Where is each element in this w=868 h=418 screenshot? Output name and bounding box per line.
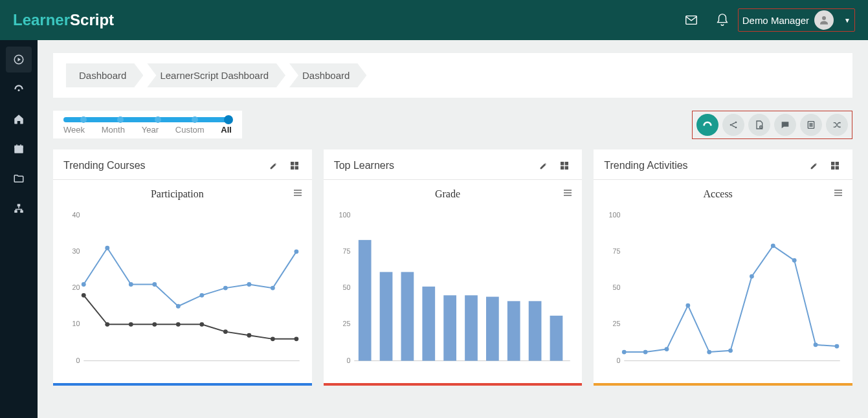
svg-text:100: 100 xyxy=(339,211,350,219)
svg-text:25: 25 xyxy=(613,320,621,327)
svg-point-90 xyxy=(792,258,797,263)
edit-icon[interactable] xyxy=(267,159,281,173)
edit-icon[interactable] xyxy=(807,159,821,173)
svg-text:75: 75 xyxy=(342,247,350,255)
svg-point-35 xyxy=(294,249,298,254)
svg-rect-7 xyxy=(20,210,23,213)
svg-text:0: 0 xyxy=(76,357,80,364)
svg-point-44 xyxy=(271,336,275,341)
chart-menu-icon[interactable] xyxy=(562,188,573,201)
chart: 010203040 xyxy=(62,207,303,375)
svg-rect-66 xyxy=(507,301,520,360)
svg-point-10 xyxy=(735,127,737,129)
chart-menu-icon[interactable] xyxy=(833,188,843,201)
svg-rect-72 xyxy=(836,166,839,170)
breadcrumb-item[interactable]: Dashboard xyxy=(289,63,366,87)
svg-rect-15 xyxy=(291,166,294,170)
svg-point-42 xyxy=(223,329,228,334)
top-bar: LearnerScript Demo Manager ▼ xyxy=(0,0,868,40)
caret-down-icon: ▼ xyxy=(844,17,851,24)
widget: Trending Courses Participation 010203040 xyxy=(53,149,312,386)
time-option[interactable]: Year xyxy=(142,125,159,135)
widget-header: Trending Activities xyxy=(594,149,852,180)
svg-point-41 xyxy=(199,322,204,327)
svg-rect-17 xyxy=(294,190,302,190)
grid-icon[interactable] xyxy=(287,159,302,173)
breadcrumb-item[interactable]: Dashboard xyxy=(66,63,143,87)
svg-point-32 xyxy=(223,286,228,291)
shuffle-icon[interactable] xyxy=(826,114,848,136)
svg-point-28 xyxy=(129,282,133,287)
svg-point-38 xyxy=(129,322,133,327)
add-report-icon[interactable] xyxy=(748,114,770,136)
svg-rect-75 xyxy=(834,195,842,195)
svg-rect-50 xyxy=(564,190,572,190)
sidebar-toggle[interactable] xyxy=(6,47,32,72)
chart-title: Participation xyxy=(62,188,293,200)
sidebar xyxy=(0,40,38,418)
list-icon[interactable] xyxy=(800,114,822,136)
user-menu[interactable]: Demo Manager ▼ xyxy=(738,8,855,32)
svg-rect-62 xyxy=(422,287,435,361)
sidebar-dashboard-icon[interactable] xyxy=(6,76,32,102)
time-option[interactable]: Custom xyxy=(175,125,205,135)
time-option[interactable]: Week xyxy=(63,125,85,135)
svg-point-3 xyxy=(18,89,20,91)
main-content: Dashboard LearnerScript Dashboard Dashbo… xyxy=(38,40,868,418)
svg-point-82 xyxy=(622,350,627,355)
svg-rect-61 xyxy=(401,272,414,360)
widget-accent xyxy=(324,383,583,386)
time-option[interactable]: Month xyxy=(102,125,125,135)
edit-icon[interactable] xyxy=(537,159,551,173)
sidebar-calendar-icon[interactable] xyxy=(6,136,32,162)
svg-point-89 xyxy=(771,243,775,248)
svg-rect-71 xyxy=(831,166,834,170)
action-bar xyxy=(692,111,852,139)
svg-point-85 xyxy=(686,303,691,308)
widget-header: Top Learners xyxy=(324,149,583,180)
widget-accent xyxy=(53,383,312,386)
svg-point-92 xyxy=(835,344,840,349)
svg-rect-60 xyxy=(379,272,392,360)
sidebar-folder-icon[interactable] xyxy=(6,166,32,192)
message-icon[interactable] xyxy=(774,114,796,136)
time-slider[interactable] xyxy=(63,117,232,122)
svg-rect-46 xyxy=(561,162,564,165)
widget: Trending Activities Access 0255075100 xyxy=(594,149,852,386)
time-filter[interactable]: WeekMonthYearCustomAll xyxy=(53,111,242,138)
breadcrumb: Dashboard LearnerScript Dashboard Dashbo… xyxy=(66,63,840,87)
svg-rect-48 xyxy=(561,166,564,170)
svg-rect-73 xyxy=(834,190,842,190)
chart: 0255075100 xyxy=(603,207,843,375)
svg-text:50: 50 xyxy=(342,283,350,291)
sidebar-sitemap-icon[interactable] xyxy=(6,195,32,221)
svg-text:10: 10 xyxy=(72,320,80,327)
svg-rect-52 xyxy=(564,195,572,195)
grid-icon[interactable] xyxy=(828,159,842,173)
bell-icon[interactable] xyxy=(712,10,733,30)
svg-rect-49 xyxy=(565,166,568,170)
svg-point-86 xyxy=(707,350,712,355)
chart-menu-icon[interactable] xyxy=(293,188,303,201)
svg-point-91 xyxy=(814,342,818,347)
svg-point-84 xyxy=(665,347,669,351)
svg-text:0: 0 xyxy=(617,357,621,364)
breadcrumb-item[interactable]: LearnerScript Dashboard xyxy=(147,63,285,87)
time-option[interactable]: All xyxy=(221,125,232,135)
logo[interactable]: LearnerScript xyxy=(13,11,114,29)
svg-text:0: 0 xyxy=(346,357,350,364)
svg-point-37 xyxy=(105,322,109,327)
share-icon[interactable] xyxy=(722,114,744,136)
svg-rect-5 xyxy=(17,204,21,206)
sidebar-home-icon[interactable] xyxy=(6,106,32,132)
mail-icon[interactable] xyxy=(681,10,702,30)
svg-rect-4 xyxy=(14,146,23,153)
breadcrumb-card: Dashboard LearnerScript Dashboard Dashbo… xyxy=(53,53,852,98)
svg-text:100: 100 xyxy=(609,211,621,219)
svg-text:25: 25 xyxy=(342,320,350,327)
widget-title: Trending Courses xyxy=(63,160,146,171)
grid-icon[interactable] xyxy=(557,159,572,173)
svg-point-40 xyxy=(176,322,181,327)
chart-title: Access xyxy=(603,188,833,200)
gauge-icon[interactable] xyxy=(696,114,718,136)
